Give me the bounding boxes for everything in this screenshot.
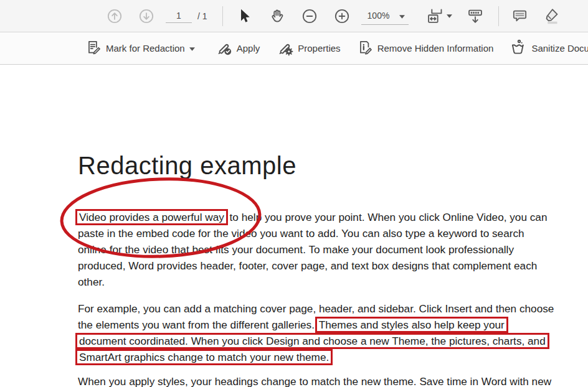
chevron-down-icon	[447, 14, 452, 18]
zoom-level-value: 100%	[368, 11, 390, 21]
zoom-level-select[interactable]: 100%	[361, 7, 409, 25]
zoom-in-button[interactable]	[334, 8, 350, 24]
comment-button[interactable]	[511, 8, 528, 24]
circle-arrow-down-icon	[138, 8, 154, 24]
page-count-label: / 1	[197, 11, 207, 21]
page-display-button[interactable]	[466, 8, 485, 24]
speech-bubble-icon	[511, 7, 528, 24]
marker-check-icon	[215, 39, 232, 58]
chevron-down-icon	[189, 44, 195, 53]
toolbar-separator	[498, 6, 499, 26]
toolbar-arrow-down-icon	[467, 7, 484, 25]
next-page-button[interactable]	[138, 8, 154, 24]
document-text: to help you prove your point. When you c…	[227, 211, 548, 223]
circle-arrow-up-icon	[107, 8, 123, 24]
document-pencil-icon	[85, 39, 102, 57]
redaction-mark[interactable]: Themes and styles also help keep your	[315, 317, 508, 333]
circle-minus-icon	[301, 8, 318, 24]
page-navigation: / 1	[166, 9, 207, 23]
zoom-out-button[interactable]	[301, 8, 318, 24]
marker-gear-icon	[276, 39, 293, 58]
highlighter-pen-icon	[542, 7, 559, 25]
document-line: For example, you can add a matching cove…	[78, 301, 554, 317]
chevron-down-icon	[399, 10, 405, 21]
apply-redactions-button[interactable]: Apply	[215, 39, 260, 58]
document-text: the elements you want from the different…	[78, 319, 318, 331]
fit-width-button[interactable]	[426, 8, 452, 24]
circle-plus-icon	[334, 8, 350, 24]
previous-page-button[interactable]	[107, 8, 123, 24]
document-line: When you apply styles, your headings cha…	[78, 373, 551, 387]
hand-grab-icon	[269, 8, 285, 24]
paragraph-2: For example, you can add a matching cove…	[78, 301, 554, 365]
page-number-input[interactable]	[166, 9, 192, 23]
sanitize-document-label: Sanitize Document	[531, 43, 588, 54]
pdf-document-page: Redacting example Video provides a power…	[0, 65, 588, 386]
redaction-mark[interactable]: SmartArt graphics change to match your n…	[75, 349, 333, 365]
toolbar-separator	[222, 6, 223, 26]
cursor-arrow-icon	[237, 8, 253, 24]
document-info-pencil-icon	[357, 39, 373, 57]
wash-bucket-icon	[510, 39, 527, 58]
document-line: the elements you want from the different…	[78, 317, 554, 333]
hand-tool-button[interactable]	[269, 8, 285, 24]
paragraph-3: When you apply styles, your headings cha…	[78, 373, 551, 387]
apply-label: Apply	[237, 43, 260, 54]
highlight-button[interactable]	[543, 8, 559, 24]
acrobat-window: / 1	[0, 0, 588, 386]
remove-hidden-information-label: Remove Hidden Information	[377, 43, 494, 54]
document-line: document coordinated. When you click Des…	[78, 333, 554, 349]
remove-hidden-information-button[interactable]: Remove Hidden Information	[357, 39, 494, 57]
redaction-toolbar: Mark for Redaction Apply	[0, 32, 588, 65]
sanitize-document-button[interactable]: Sanitize Document	[510, 39, 588, 58]
redaction-mark[interactable]: document coordinated. When you click Des…	[75, 333, 549, 349]
page-fit-width-icon	[426, 7, 443, 25]
document-line: SmartArt graphics change to match your n…	[78, 349, 554, 365]
properties-label: Properties	[298, 43, 340, 54]
mark-for-redaction-label: Mark for Redaction	[106, 43, 185, 54]
red-ellipse-annotation[interactable]	[56, 174, 265, 262]
redaction-properties-button[interactable]: Properties	[276, 39, 340, 58]
document-line: other.	[78, 274, 547, 290]
main-toolbar: / 1	[0, 0, 588, 32]
select-tool-button[interactable]	[237, 8, 253, 24]
mark-for-redaction-button[interactable]: Mark for Redaction	[85, 39, 195, 57]
